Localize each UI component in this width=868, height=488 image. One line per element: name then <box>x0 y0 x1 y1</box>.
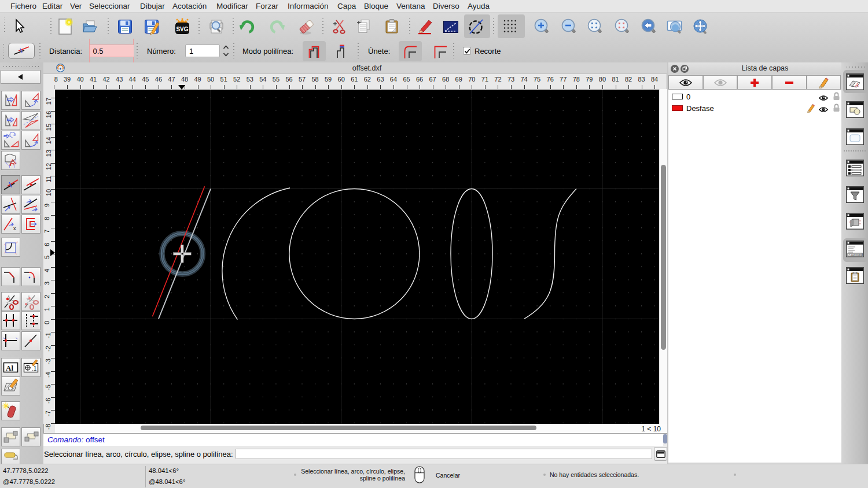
svg-text:< command: < command <box>849 253 863 256</box>
svg-text:SVG: SVG <box>176 26 188 32</box>
svg-text:x: x <box>13 225 16 231</box>
svg-text:.1: .1 <box>32 365 37 372</box>
svg-text:A: A <box>855 82 859 88</box>
svg-text:Al: Al <box>6 364 13 372</box>
